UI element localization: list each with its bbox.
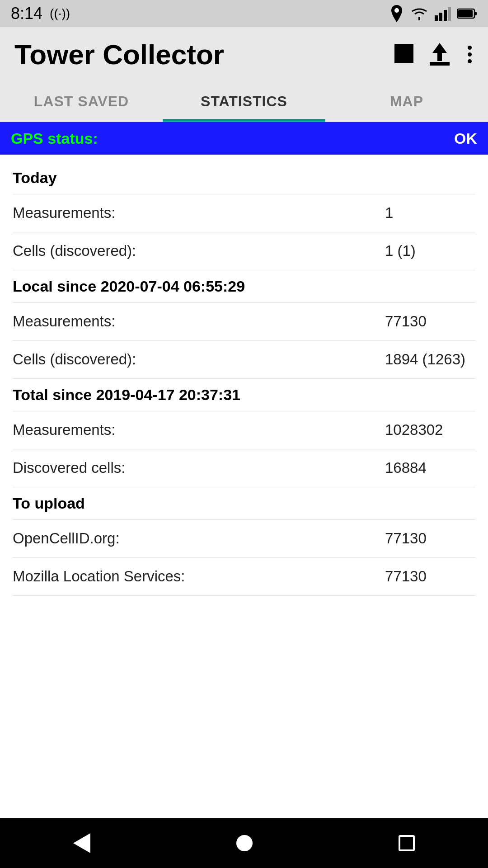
mozilla-row: Mozilla Location Services: 77130 [13, 560, 475, 594]
total-header: Total since 2019-04-17 20:37:31 [13, 386, 475, 404]
wifi-status-icon [410, 7, 428, 20]
divider-11 [13, 557, 475, 558]
today-measurements-value: 1 [385, 204, 475, 222]
total-cells-row: Discovered cells: 16884 [13, 451, 475, 485]
more-dot-3 [468, 59, 472, 63]
svg-point-0 [394, 8, 399, 13]
status-bar-right [389, 5, 477, 22]
total-measurements-label: Measurements: [13, 421, 385, 439]
tab-statistics[interactable]: STATISTICS [163, 81, 325, 122]
local-cells-value: 1894 (1263) [385, 351, 475, 368]
nav-bar [0, 818, 488, 868]
divider-12 [13, 595, 475, 596]
divider-4 [13, 302, 475, 303]
nav-recents-button[interactable] [393, 830, 420, 857]
divider-1 [13, 194, 475, 194]
divider-3 [13, 270, 475, 270]
today-measurements-label: Measurements: [13, 204, 385, 222]
gps-status-bar: GPS status: OK [0, 122, 488, 155]
local-cells-label: Cells (discovered): [13, 351, 385, 368]
divider-5 [13, 340, 475, 341]
more-dot-1 [468, 46, 472, 50]
svg-rect-4 [448, 7, 451, 21]
local-measurements-value: 77130 [385, 313, 475, 330]
today-cells-value: 1 (1) [385, 242, 475, 259]
gps-status-value: OK [454, 130, 477, 147]
stop-icon [394, 44, 413, 63]
nav-home-button[interactable] [231, 830, 258, 857]
app-bar: Tower Collector [0, 27, 488, 81]
svg-rect-2 [439, 13, 442, 21]
home-icon [236, 835, 253, 851]
gps-status-label: GPS status: [11, 130, 454, 147]
battery-icon [457, 8, 477, 19]
opencellid-value: 77130 [385, 530, 475, 547]
tabs: LAST SAVED STATISTICS MAP [0, 81, 488, 122]
main-content: Today Measurements: 1 Cells (discovered)… [0, 155, 488, 818]
status-bar-left: 8:14 ((·)) [11, 4, 70, 23]
status-time: 8:14 [11, 4, 42, 23]
today-cells-row: Cells (discovered): 1 (1) [13, 234, 475, 268]
location-icon [389, 5, 404, 22]
local-measurements-label: Measurements: [13, 313, 385, 330]
divider-8 [13, 449, 475, 449]
tab-last-saved[interactable]: LAST SAVED [0, 81, 163, 122]
more-button[interactable] [466, 44, 474, 65]
divider-10 [13, 519, 475, 520]
back-icon [73, 833, 90, 853]
local-cells-row: Cells (discovered): 1894 (1263) [13, 343, 475, 377]
local-header: Local since 2020-07-04 06:55:29 [13, 278, 475, 295]
upload-header: To upload [13, 495, 475, 512]
total-cells-label: Discovered cells: [13, 459, 385, 476]
total-measurements-row: Measurements: 1028302 [13, 413, 475, 447]
upload-arrow-icon [432, 43, 447, 53]
total-cells-value: 16884 [385, 459, 475, 476]
local-measurements-row: Measurements: 77130 [13, 305, 475, 339]
today-cells-label: Cells (discovered): [13, 242, 385, 259]
upload-stem-icon [437, 53, 442, 61]
app-bar-actions [394, 43, 474, 66]
divider-7 [13, 411, 475, 411]
divider-9 [13, 487, 475, 487]
more-dot-2 [468, 52, 472, 57]
nav-back-button[interactable] [68, 828, 96, 859]
total-measurements-value: 1028302 [385, 421, 475, 439]
svg-rect-1 [435, 15, 438, 21]
opencellid-row: OpenCellID.org: 77130 [13, 522, 475, 556]
wifi-icon: ((·)) [50, 6, 70, 21]
recents-icon [399, 835, 415, 851]
mozilla-label: Mozilla Location Services: [13, 568, 385, 585]
today-header: Today [13, 169, 475, 187]
opencellid-label: OpenCellID.org: [13, 530, 385, 547]
status-bar: 8:14 ((·)) [0, 0, 488, 27]
upload-base-icon [430, 62, 450, 66]
svg-rect-7 [458, 10, 473, 17]
divider-6 [13, 378, 475, 379]
divider-2 [13, 232, 475, 232]
signal-icon [435, 6, 451, 21]
today-measurements-row: Measurements: 1 [13, 196, 475, 230]
svg-rect-3 [444, 10, 447, 21]
mozilla-value: 77130 [385, 568, 475, 585]
stop-button[interactable] [394, 44, 413, 65]
tab-map[interactable]: MAP [325, 81, 488, 122]
app-title: Tower Collector [14, 38, 394, 71]
upload-button[interactable] [430, 43, 450, 66]
svg-rect-6 [474, 12, 477, 15]
